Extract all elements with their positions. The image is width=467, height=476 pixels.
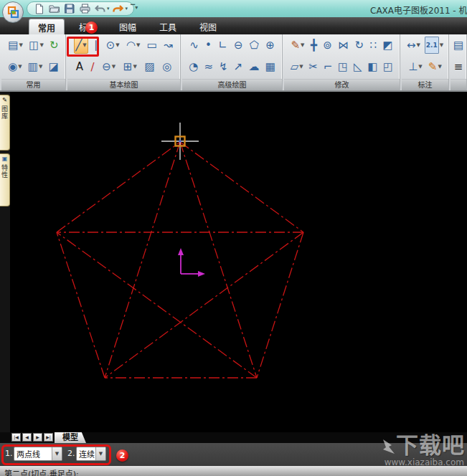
- stretch-button[interactable]: ▱▼: [290, 58, 304, 75]
- continuity-dropdown-arrow-icon[interactable]: ▼: [95, 447, 105, 460]
- pentagon-edge: [57, 232, 105, 378]
- trim-button[interactable]: ✂: [308, 58, 319, 75]
- dimension-button[interactable]: ↔▼: [406, 37, 421, 54]
- coordinates-button[interactable]: ∟: [217, 37, 228, 54]
- ellipse-dropdown-icon[interactable]: ▼: [112, 64, 115, 70]
- arc-button[interactable]: ◠▼: [126, 37, 141, 54]
- redo-dropdown[interactable]: ▾: [126, 6, 128, 11]
- save-button[interactable]: [63, 3, 76, 14]
- customize-qat-button[interactable]: ▔▾: [131, 4, 138, 11]
- axis-arrowhead: [198, 271, 205, 277]
- stretch-icon: ▱: [291, 59, 299, 75]
- drawing-canvas[interactable]: [10, 92, 467, 432]
- array-button[interactable]: ∷: [369, 37, 377, 54]
- coordinate-dim-dropdown-icon[interactable]: ▼: [440, 42, 443, 48]
- formula-curve-icon: ◎: [162, 59, 171, 75]
- point-button[interactable]: •: [204, 37, 212, 54]
- paste-dropdown-icon[interactable]: ▼: [19, 42, 23, 48]
- sidebar-tab-properties[interactable]: ▣ 特性: [0, 153, 10, 206]
- text-button[interactable]: A: [75, 58, 84, 75]
- zigzag-line-button[interactable]: ↯: [218, 58, 229, 75]
- circle-dropdown-icon[interactable]: ▼: [115, 42, 119, 48]
- pentagram-diagonal: [57, 232, 257, 378]
- sheet-nav-2[interactable]: ▶: [33, 433, 42, 442]
- zoom-dropdown-icon[interactable]: ▼: [18, 64, 22, 70]
- quick-access-toolbar: ▾ ▾: [27, 1, 134, 16]
- spline-button[interactable]: ∿: [189, 37, 199, 54]
- copy-entity-button[interactable]: ⊚: [322, 37, 333, 54]
- line-mode-dropdown[interactable]: 两点线 ▼: [14, 447, 62, 461]
- continuity-dropdown[interactable]: 连续 ▼: [76, 447, 106, 461]
- extend-button[interactable]: ⌐: [323, 58, 334, 75]
- sheet-settings-button[interactable]: ▤: [453, 37, 464, 54]
- edge-align-button[interactable]: ◳: [337, 58, 349, 75]
- hatch-button[interactable]: ▨: [143, 58, 155, 75]
- break-button[interactable]: ◰: [382, 58, 394, 75]
- center-circle-button[interactable]: ⊕: [265, 37, 275, 54]
- new-file-button[interactable]: [33, 3, 46, 14]
- zoom-button[interactable]: ◉▼: [7, 58, 22, 75]
- sidebar-tab-library[interactable]: ✎ 图库: [0, 95, 10, 151]
- ellipse-adv-button[interactable]: ⊖: [233, 37, 244, 54]
- paste-button[interactable]: ▤▼: [7, 37, 24, 54]
- wave-line-button[interactable]: ≈: [203, 58, 214, 75]
- chamfer-button[interactable]: ◺: [353, 58, 363, 75]
- undo-button[interactable]: [93, 3, 106, 14]
- fillet-button[interactable]: ◧: [367, 58, 378, 75]
- model-tab[interactable]: 模型: [55, 432, 86, 443]
- detail-view-button[interactable]: ◔: [188, 58, 199, 75]
- stretch-dropdown-icon[interactable]: ▼: [299, 64, 303, 70]
- coordinate-dim-button[interactable]: 2.1▼: [424, 37, 444, 54]
- hole-axis-dropdown-icon[interactable]: ▼: [133, 64, 136, 70]
- tab-sheet[interactable]: 图幅: [110, 19, 145, 34]
- format-brush-button[interactable]: ◪: [48, 58, 60, 75]
- refresh-button[interactable]: ↻: [49, 37, 60, 54]
- delete-dropdown-icon[interactable]: ▼: [301, 42, 304, 48]
- rotate-button[interactable]: ↻: [354, 37, 364, 54]
- copy-dropdown-icon[interactable]: ▼: [39, 42, 43, 48]
- dim-edit-button[interactable]: ✎▼: [428, 58, 443, 75]
- scale-button[interactable]: ◩: [382, 37, 393, 54]
- block-button[interactable]: ▦: [265, 58, 276, 75]
- hole-axis-button[interactable]: ⊞▼: [123, 58, 138, 75]
- polygon-button[interactable]: ⬠: [249, 37, 260, 54]
- line-width-button[interactable]: ≡: [453, 58, 464, 75]
- ellipse-button[interactable]: ⊖▼: [101, 58, 116, 75]
- redo-button[interactable]: [112, 3, 125, 14]
- print-button[interactable]: [78, 3, 91, 14]
- centerline-button[interactable]: ∕: [90, 58, 95, 75]
- new-view-dropdown-icon[interactable]: ▼: [39, 64, 42, 70]
- revision-cloud-icon: ☁: [249, 59, 260, 75]
- hole-axis-icon: ⊞: [123, 59, 133, 75]
- arc-dropdown-icon[interactable]: ▼: [136, 42, 140, 48]
- dimension-dropdown-icon[interactable]: ▼: [416, 42, 420, 48]
- undo-dropdown[interactable]: ▾: [107, 6, 110, 11]
- polyline-button[interactable]: ↝: [163, 37, 174, 54]
- sheet-nav-3[interactable]: ▶|: [44, 433, 53, 442]
- revision-cloud-button[interactable]: ☁: [248, 58, 260, 75]
- tab-home[interactable]: 常用: [29, 19, 65, 34]
- line-tool-dropdown-icon[interactable]: ▼: [82, 42, 86, 48]
- line-mode-dropdown-arrow-icon[interactable]: ▼: [52, 447, 62, 460]
- tab-tools[interactable]: 工具: [151, 19, 185, 34]
- copy-button[interactable]: ◫▼: [28, 37, 44, 54]
- parallel-line-button[interactable]: ∥: [93, 37, 100, 54]
- dim-edit-dropdown-icon[interactable]: ▼: [438, 64, 441, 70]
- sheet-nav-0[interactable]: |◀: [11, 433, 21, 442]
- line-tool-button[interactable]: ╱▼: [74, 37, 88, 54]
- delete-button[interactable]: ✎▼: [290, 37, 305, 54]
- app-menu-button[interactable]: [2, 1, 24, 23]
- open-file-button[interactable]: [48, 3, 61, 14]
- option1-index: 1.: [5, 449, 13, 458]
- rectangle-button[interactable]: ▭: [146, 37, 158, 54]
- circle-button[interactable]: ⊙▼: [105, 37, 121, 54]
- sheet-nav-1[interactable]: ◀: [22, 433, 32, 442]
- move-button[interactable]: ╋: [310, 37, 318, 54]
- datum-dropdown-icon[interactable]: ▼: [418, 64, 422, 70]
- tab-view[interactable]: 视图: [191, 19, 225, 34]
- formula-curve-button[interactable]: ◎: [161, 58, 172, 75]
- datum-button[interactable]: ⊥▼: [407, 58, 423, 75]
- arrow-button[interactable]: ↗: [233, 58, 244, 75]
- new-view-button[interactable]: ▥▼: [27, 58, 44, 75]
- mirror-button[interactable]: ⋈: [337, 37, 349, 54]
